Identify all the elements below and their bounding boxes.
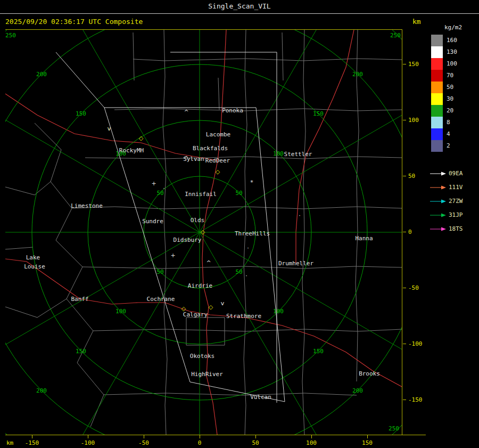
right-axis-label: 0 xyxy=(408,229,412,235)
legend-value: 160 xyxy=(447,35,457,46)
legend-entry: 30 xyxy=(428,93,479,105)
legend-swatch xyxy=(431,70,443,82)
site-row: 09EA xyxy=(428,167,479,181)
legend-value: 4 xyxy=(447,128,450,140)
bottom-axis-label: -150 xyxy=(25,439,39,446)
site-id: 27ZW xyxy=(449,194,463,208)
site-arrow-icon xyxy=(430,199,447,204)
legend-swatch xyxy=(431,46,443,58)
legend-value: 8 xyxy=(447,117,450,128)
right-axis: 150100500-50-100-150 xyxy=(403,29,426,434)
right-axis-unit-label: km xyxy=(412,18,421,26)
bottom-axis-tick xyxy=(32,435,32,438)
timestamp-label: 2025/09/20 02:36:17 UTC Composite xyxy=(5,18,143,26)
bottom-axis-tick xyxy=(200,435,200,438)
legend-title: kg/m2 xyxy=(444,24,462,31)
bottom-axis-unit-label: km xyxy=(6,439,13,446)
site-id: 09EA xyxy=(449,167,463,181)
legend-swatch xyxy=(431,140,443,152)
bottom-axis-label: 0 xyxy=(198,439,202,446)
legend-swatch xyxy=(431,35,443,46)
legend-value: 100 xyxy=(447,58,457,70)
right-axis-tick xyxy=(403,120,406,120)
legend-value: 130 xyxy=(447,46,457,58)
legend-value: 20 xyxy=(447,105,453,117)
right-axis-label: -150 xyxy=(408,396,423,403)
bottom-axis-label: 150 xyxy=(362,439,373,446)
site-arrow-icon xyxy=(430,213,447,218)
radar-site-legend: 09EA111V27ZW31JP18TS xyxy=(428,167,479,236)
legend-swatch xyxy=(431,93,443,105)
right-axis-tick xyxy=(403,400,406,400)
bottom-axis-tick xyxy=(255,435,256,438)
right-axis-tick xyxy=(403,64,406,64)
right-axis-label: -50 xyxy=(408,284,419,291)
site-arrow-icon xyxy=(430,171,447,176)
legend-swatch xyxy=(431,128,443,140)
site-id: 18TS xyxy=(449,222,463,236)
legend-value: 2 xyxy=(447,140,450,152)
right-axis-tick xyxy=(403,288,406,288)
bottom-axis-label: -50 xyxy=(138,439,149,446)
window-title: Single_Scan_VIL xyxy=(0,0,479,14)
right-axis-tick xyxy=(403,176,406,176)
side-panel: kg/m2 16013010070503020842 09EA111V27ZW3… xyxy=(428,24,479,439)
site-arrow-icon xyxy=(430,185,447,190)
legend-entry: 8 xyxy=(428,117,479,128)
azimuth-spokes xyxy=(5,30,402,435)
right-axis-tick xyxy=(403,344,406,344)
legend-entry: 4 xyxy=(428,128,479,140)
legend-value: 70 xyxy=(447,70,453,82)
site-row: 111V xyxy=(428,181,479,194)
site-row: 27ZW xyxy=(428,194,479,208)
legend-value: 30 xyxy=(447,93,453,105)
right-axis-label: 150 xyxy=(408,61,419,68)
legend-swatch xyxy=(431,82,443,93)
bottom-axis-tick xyxy=(144,435,144,438)
legend-entry: 130 xyxy=(428,46,479,58)
color-scale-legend: 16013010070503020842 xyxy=(428,35,479,152)
legend-swatch xyxy=(431,105,443,117)
right-axis-label: 50 xyxy=(408,173,415,180)
bottom-axis-tick xyxy=(311,435,312,438)
radar-map-canvas[interactable]: 2502001501005050100150200250501001502005… xyxy=(5,29,402,435)
legend-entry: 20 xyxy=(428,105,479,117)
legend-entry: 160 xyxy=(428,35,479,46)
info-bar: 2025/09/20 02:36:17 UTC Composite km xyxy=(0,14,479,28)
site-row: 18TS xyxy=(428,222,479,236)
bottom-axis: km -150-100-50050100150 xyxy=(5,435,426,448)
bottom-axis-label: 100 xyxy=(306,439,317,446)
legend-entry: 50 xyxy=(428,82,479,93)
legend-value: 50 xyxy=(447,82,453,93)
legend-entry: 100 xyxy=(428,58,479,70)
radar-map-graphics xyxy=(5,30,402,435)
right-axis-label: 100 xyxy=(408,117,419,124)
site-row: 31JP xyxy=(428,208,479,222)
legend-entry: 2 xyxy=(428,140,479,152)
site-arrow-icon xyxy=(430,226,447,232)
legend-entry: 70 xyxy=(428,70,479,82)
right-axis-label: -100 xyxy=(408,340,423,347)
bottom-axis-tick xyxy=(367,435,368,438)
legend-swatch xyxy=(431,117,443,128)
legend-swatch xyxy=(431,58,443,70)
right-axis-tick xyxy=(403,232,406,232)
bottom-axis-tick xyxy=(88,435,88,438)
bottom-axis-label: 50 xyxy=(252,439,259,446)
site-id: 31JP xyxy=(449,208,463,222)
site-id: 111V xyxy=(449,181,463,194)
bottom-axis-label: -100 xyxy=(81,439,95,446)
